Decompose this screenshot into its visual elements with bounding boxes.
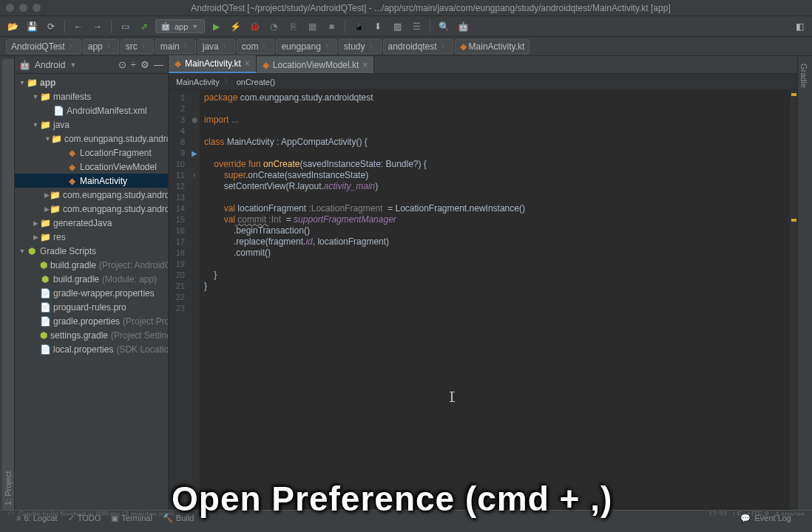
crumb-module[interactable]: app〉 bbox=[83, 39, 119, 54]
crumb-java[interactable]: java〉 bbox=[197, 39, 235, 54]
tool-gradle[interactable]: Gradle bbox=[798, 59, 810, 510]
android-robot-icon[interactable]: 🤖 bbox=[455, 18, 471, 35]
nav-class[interactable]: MainActivity bbox=[176, 78, 220, 86]
kotlin-file-icon: ◆ bbox=[263, 60, 269, 70]
open-icon[interactable]: 📂 bbox=[4, 18, 21, 35]
forward-icon[interactable]: → bbox=[89, 18, 106, 35]
kotlin-file-icon: ◆ bbox=[460, 41, 467, 52]
run-config-selector[interactable]: 🤖 app ▼ bbox=[155, 19, 205, 33]
editor-tabs: ◆MainActivity.kt× ◆LocationViewModel.kt× bbox=[169, 56, 797, 74]
tab-location-viewmodel[interactable]: ◆LocationViewModel.kt× bbox=[257, 56, 375, 73]
tree-build-gradle-project[interactable]: ⬢build.gradle(Project: AndroidQTest) bbox=[15, 258, 168, 272]
search-icon[interactable]: 🔍 bbox=[436, 18, 452, 35]
android-icon: 🤖 bbox=[160, 21, 171, 31]
text-cursor bbox=[451, 392, 453, 402]
tree-pkg3[interactable]: ▶📁com.eungpang.study.androidqtest bbox=[15, 202, 168, 216]
tree-gradle-props[interactable]: 📄gradle.properties(Project Properties) bbox=[15, 314, 168, 328]
gutter-icons[interactable]: ⊕▶↑ bbox=[189, 90, 200, 510]
run-icon[interactable]: ▶ bbox=[208, 18, 224, 35]
project-tree[interactable]: ▼📁app ▼📁manifests 📄AndroidManifest.xml ▼… bbox=[15, 74, 168, 510]
warning-marker[interactable] bbox=[791, 219, 796, 222]
tree-build-gradle-module[interactable]: ⬢build.gradle(Module: app) bbox=[15, 272, 168, 286]
project-view-label[interactable]: Android bbox=[35, 60, 65, 70]
error-stripe[interactable] bbox=[790, 90, 797, 510]
layout-inspector-icon[interactable]: ▥ bbox=[389, 18, 405, 35]
gear-icon[interactable]: ⚙ bbox=[141, 59, 149, 70]
tool-project[interactable]: 1: Project bbox=[2, 59, 14, 510]
tree-java[interactable]: ▼📁java bbox=[15, 117, 168, 132]
collapse-icon[interactable]: ÷ bbox=[131, 59, 136, 70]
profile-icon[interactable]: ◔ bbox=[265, 18, 282, 35]
left-tool-strip: 1: Project Resource Manager Layout Captu… bbox=[0, 56, 15, 510]
code-editor[interactable]: package com.eungpang.study.androidqtest … bbox=[200, 90, 790, 510]
stop-icon[interactable]: ■ bbox=[323, 18, 339, 35]
editor-area: ◆MainActivity.kt× ◆LocationViewModel.kt×… bbox=[169, 56, 797, 510]
editor-breadcrumb: MainActivity 〉 onCreate() bbox=[169, 74, 797, 90]
nav-method[interactable]: onCreate() bbox=[237, 78, 276, 86]
close-tab-icon[interactable]: × bbox=[245, 58, 250, 69]
crumb-pkg[interactable]: androidqtest〉 bbox=[383, 39, 453, 54]
tree-local-props[interactable]: 📄local.properties(SDK Location) bbox=[15, 342, 168, 356]
project-tool-window: 🤖 Android ▼ ⊙ ÷ ⚙ — ▼📁app ▼📁manifests 📄A… bbox=[15, 56, 169, 510]
close-window-icon[interactable] bbox=[6, 4, 14, 12]
avd-icon[interactable]: 📱 bbox=[351, 18, 367, 35]
apply-changes-icon[interactable]: ⚡ bbox=[227, 18, 243, 35]
make-icon[interactable]: ⇗ bbox=[136, 18, 152, 35]
sdk-icon[interactable]: ⬇ bbox=[370, 18, 386, 35]
window-controls[interactable] bbox=[6, 4, 41, 12]
back-icon[interactable]: ← bbox=[70, 18, 87, 35]
window-title: AndroidQTest [~/project/study/AndroidQTe… bbox=[50, 3, 812, 13]
sync-icon[interactable]: ⟳ bbox=[43, 18, 59, 35]
tree-app[interactable]: ▼📁app bbox=[15, 75, 168, 89]
tree-settings-gradle[interactable]: ⬢settings.gradle(Project Settings) bbox=[15, 328, 168, 342]
ide-settings-icon[interactable]: ◧ bbox=[791, 18, 808, 35]
main-toolbar: 📂 💾 ⟳ ← → ▭ ⇗ 🤖 app ▼ ▶ ⚡ 🐞 ◔ ⎘ ▦ ■ 📱 ⬇ … bbox=[0, 16, 812, 37]
tree-location-fragment[interactable]: ◆LocationFragment bbox=[15, 146, 168, 160]
tree-manifests[interactable]: ▼📁manifests bbox=[15, 89, 168, 103]
right-tool-strip: Gradle Android WiFi ADB Device File Expl… bbox=[797, 56, 812, 510]
save-icon[interactable]: 💾 bbox=[24, 18, 40, 35]
tab-main-activity[interactable]: ◆MainActivity.kt× bbox=[169, 55, 257, 73]
select-file-icon[interactable]: ⊙ bbox=[118, 59, 126, 70]
warning-marker[interactable] bbox=[791, 93, 796, 96]
line-numbers: 1234891011121314151617181920212223 bbox=[169, 90, 189, 510]
caption-overlay: Open Preference (cmd + ,) bbox=[172, 479, 612, 519]
project-panel-header: 🤖 Android ▼ ⊙ ÷ ⚙ — bbox=[15, 56, 168, 74]
device-icon[interactable]: ▭ bbox=[117, 18, 133, 35]
tree-pkg1[interactable]: ▼📁com.eungpang.study.androidqtest bbox=[15, 132, 168, 146]
crumb-src[interactable]: src〉 bbox=[121, 39, 154, 54]
crumb-file[interactable]: ◆MainActivity.kt bbox=[455, 39, 530, 54]
run-config-label: app bbox=[175, 22, 188, 31]
hide-icon[interactable]: — bbox=[154, 59, 163, 70]
tree-main-activity[interactable]: ◆MainActivity bbox=[15, 174, 168, 188]
tree-proguard[interactable]: 📄proguard-rules.pro bbox=[15, 300, 168, 314]
close-tab-icon[interactable]: × bbox=[362, 60, 368, 70]
android-view-icon: 🤖 bbox=[19, 60, 30, 70]
tree-gradle-scripts[interactable]: ▼⬢Gradle Scripts bbox=[15, 244, 168, 258]
tree-gradle-wrapper-props[interactable]: 📄gradle-wrapper.properties bbox=[15, 286, 168, 300]
tree-location-viewmodel[interactable]: ◆LocationViewModel bbox=[15, 160, 168, 174]
debug-icon[interactable]: 🐞 bbox=[246, 18, 263, 35]
tree-manifest-file[interactable]: 📄AndroidManifest.xml bbox=[15, 103, 168, 117]
title-bar: AndroidQTest [~/project/study/AndroidQTe… bbox=[0, 0, 812, 16]
crumb-com[interactable]: com〉 bbox=[237, 39, 275, 54]
navigation-breadcrumb: AndroidQTest〉 app〉 src〉 main〉 java〉 com〉… bbox=[0, 37, 812, 56]
crumb-main[interactable]: main〉 bbox=[155, 39, 196, 54]
coverage-icon[interactable]: ▦ bbox=[304, 18, 320, 35]
tree-res[interactable]: ▶📁res bbox=[15, 230, 168, 244]
attach-icon[interactable]: ⎘ bbox=[285, 18, 301, 35]
kotlin-file-icon: ◆ bbox=[175, 58, 181, 69]
minimize-window-icon[interactable] bbox=[19, 4, 27, 12]
project-structure-icon[interactable]: ☰ bbox=[408, 18, 424, 35]
crumb-project[interactable]: AndroidQTest〉 bbox=[6, 39, 81, 54]
tree-generated-java[interactable]: ▶📁generatedJava bbox=[15, 216, 168, 230]
tree-pkg2[interactable]: ▶📁com.eungpang.study.androidqtest bbox=[15, 188, 168, 202]
crumb-eungpang[interactable]: eungpang〉 bbox=[276, 39, 336, 54]
chevron-down-icon: ▼ bbox=[192, 23, 198, 30]
zoom-window-icon[interactable] bbox=[33, 4, 41, 12]
crumb-study[interactable]: study〉 bbox=[339, 39, 382, 54]
chevron-down-icon[interactable]: ▼ bbox=[70, 61, 76, 69]
